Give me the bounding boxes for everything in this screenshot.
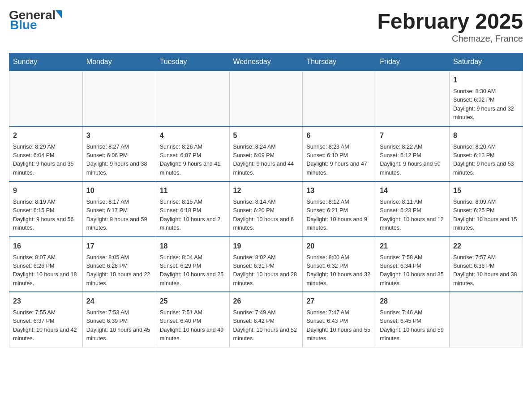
day-info: Sunrise: 8:27 AM Sunset: 6:06 PM Dayligh… xyxy=(86,143,152,178)
day-number: 3 xyxy=(86,130,152,141)
day-number: 15 xyxy=(453,185,519,196)
location: Chemaze, France xyxy=(377,34,523,44)
day-info: Sunrise: 7:53 AM Sunset: 6:39 PM Dayligh… xyxy=(86,308,152,343)
day-number: 5 xyxy=(233,130,299,141)
calendar-cell: 23Sunrise: 7:55 AM Sunset: 6:37 PM Dayli… xyxy=(9,292,83,347)
calendar-cell xyxy=(376,71,450,126)
weekday-header-tuesday: Tuesday xyxy=(156,53,229,71)
day-info: Sunrise: 8:24 AM Sunset: 6:09 PM Dayligh… xyxy=(233,143,299,178)
day-number: 20 xyxy=(306,241,372,252)
day-number: 11 xyxy=(160,185,226,196)
calendar-cell: 22Sunrise: 7:57 AM Sunset: 6:36 PM Dayli… xyxy=(450,237,523,292)
calendar-cell xyxy=(229,71,303,126)
calendar-cell xyxy=(303,71,376,126)
day-info: Sunrise: 8:12 AM Sunset: 6:21 PM Dayligh… xyxy=(306,198,372,233)
day-number: 28 xyxy=(380,296,446,307)
day-info: Sunrise: 8:07 AM Sunset: 6:26 PM Dayligh… xyxy=(13,253,79,288)
logo: General Blue xyxy=(9,9,62,31)
day-number: 24 xyxy=(86,296,152,307)
day-info: Sunrise: 8:22 AM Sunset: 6:12 PM Dayligh… xyxy=(380,143,446,178)
month-title: February 2025 xyxy=(377,9,523,34)
calendar-cell: 10Sunrise: 8:17 AM Sunset: 6:17 PM Dayli… xyxy=(82,181,156,237)
day-number: 12 xyxy=(233,185,299,196)
weekday-header-friday: Friday xyxy=(376,53,450,71)
calendar-cell: 11Sunrise: 8:15 AM Sunset: 6:18 PM Dayli… xyxy=(156,181,229,237)
weekday-header-wednesday: Wednesday xyxy=(229,53,303,71)
weekday-header-sunday: Sunday xyxy=(9,53,83,71)
week-row-1: 1Sunrise: 8:30 AM Sunset: 6:02 PM Daylig… xyxy=(9,71,523,126)
day-number: 1 xyxy=(453,75,519,86)
calendar-cell: 3Sunrise: 8:27 AM Sunset: 6:06 PM Daylig… xyxy=(82,126,156,182)
day-number: 27 xyxy=(306,296,372,307)
page-header: General Blue February 2025 Chemaze, Fran… xyxy=(9,9,523,44)
title-area: February 2025 Chemaze, France xyxy=(377,9,523,44)
day-number: 10 xyxy=(86,185,152,196)
day-number: 18 xyxy=(160,241,226,252)
calendar-cell: 1Sunrise: 8:30 AM Sunset: 6:02 PM Daylig… xyxy=(450,71,523,126)
day-number: 17 xyxy=(86,241,152,252)
calendar-cell: 9Sunrise: 8:19 AM Sunset: 6:15 PM Daylig… xyxy=(9,181,83,237)
weekday-header-saturday: Saturday xyxy=(450,53,523,71)
calendar-cell: 6Sunrise: 8:23 AM Sunset: 6:10 PM Daylig… xyxy=(303,126,376,182)
calendar-cell: 13Sunrise: 8:12 AM Sunset: 6:21 PM Dayli… xyxy=(303,181,376,237)
day-info: Sunrise: 8:02 AM Sunset: 6:31 PM Dayligh… xyxy=(233,253,299,288)
day-number: 21 xyxy=(380,241,446,252)
calendar-cell: 20Sunrise: 8:00 AM Sunset: 6:32 PM Dayli… xyxy=(303,237,376,292)
calendar-cell: 2Sunrise: 8:29 AM Sunset: 6:04 PM Daylig… xyxy=(9,126,83,182)
day-number: 6 xyxy=(306,130,372,141)
day-info: Sunrise: 8:23 AM Sunset: 6:10 PM Dayligh… xyxy=(306,143,372,178)
calendar-cell xyxy=(9,71,83,126)
day-info: Sunrise: 7:57 AM Sunset: 6:36 PM Dayligh… xyxy=(453,253,519,288)
week-row-5: 23Sunrise: 7:55 AM Sunset: 6:37 PM Dayli… xyxy=(9,292,523,347)
calendar-cell: 5Sunrise: 8:24 AM Sunset: 6:09 PM Daylig… xyxy=(229,126,303,182)
calendar-cell: 25Sunrise: 7:51 AM Sunset: 6:40 PM Dayli… xyxy=(156,292,229,347)
day-info: Sunrise: 8:11 AM Sunset: 6:23 PM Dayligh… xyxy=(380,198,446,233)
weekday-header-thursday: Thursday xyxy=(303,53,376,71)
calendar-cell: 15Sunrise: 8:09 AM Sunset: 6:25 PM Dayli… xyxy=(450,181,523,237)
day-info: Sunrise: 8:17 AM Sunset: 6:17 PM Dayligh… xyxy=(86,198,152,233)
day-info: Sunrise: 8:14 AM Sunset: 6:20 PM Dayligh… xyxy=(233,198,299,233)
day-number: 7 xyxy=(380,130,446,141)
calendar-cell: 24Sunrise: 7:53 AM Sunset: 6:39 PM Dayli… xyxy=(82,292,156,347)
day-info: Sunrise: 7:49 AM Sunset: 6:42 PM Dayligh… xyxy=(233,308,299,343)
calendar-cell: 26Sunrise: 7:49 AM Sunset: 6:42 PM Dayli… xyxy=(229,292,303,347)
logo-blue-text: Blue xyxy=(10,18,37,32)
calendar-cell: 28Sunrise: 7:46 AM Sunset: 6:45 PM Dayli… xyxy=(376,292,450,347)
day-number: 14 xyxy=(380,185,446,196)
week-row-3: 9Sunrise: 8:19 AM Sunset: 6:15 PM Daylig… xyxy=(9,181,523,237)
day-number: 23 xyxy=(13,296,79,307)
day-number: 26 xyxy=(233,296,299,307)
calendar-cell xyxy=(82,71,156,126)
day-info: Sunrise: 8:09 AM Sunset: 6:25 PM Dayligh… xyxy=(453,198,519,233)
calendar-cell: 12Sunrise: 8:14 AM Sunset: 6:20 PM Dayli… xyxy=(229,181,303,237)
day-number: 9 xyxy=(13,185,79,196)
calendar-cell: 4Sunrise: 8:26 AM Sunset: 6:07 PM Daylig… xyxy=(156,126,229,182)
day-number: 2 xyxy=(13,130,79,141)
weekday-header-row: SundayMondayTuesdayWednesdayThursdayFrid… xyxy=(9,53,523,71)
calendar-cell: 19Sunrise: 8:02 AM Sunset: 6:31 PM Dayli… xyxy=(229,237,303,292)
calendar-cell: 7Sunrise: 8:22 AM Sunset: 6:12 PM Daylig… xyxy=(376,126,450,182)
day-info: Sunrise: 7:51 AM Sunset: 6:40 PM Dayligh… xyxy=(160,308,226,343)
day-info: Sunrise: 7:46 AM Sunset: 6:45 PM Dayligh… xyxy=(380,308,446,343)
week-row-4: 16Sunrise: 8:07 AM Sunset: 6:26 PM Dayli… xyxy=(9,237,523,292)
day-info: Sunrise: 7:58 AM Sunset: 6:34 PM Dayligh… xyxy=(380,253,446,288)
calendar-cell xyxy=(450,292,523,347)
day-info: Sunrise: 8:19 AM Sunset: 6:15 PM Dayligh… xyxy=(13,198,79,233)
day-number: 25 xyxy=(160,296,226,307)
calendar-cell: 17Sunrise: 8:05 AM Sunset: 6:28 PM Dayli… xyxy=(82,237,156,292)
day-info: Sunrise: 8:15 AM Sunset: 6:18 PM Dayligh… xyxy=(160,198,226,233)
day-number: 22 xyxy=(453,241,519,252)
day-number: 4 xyxy=(160,130,226,141)
calendar-cell: 27Sunrise: 7:47 AM Sunset: 6:43 PM Dayli… xyxy=(303,292,376,347)
day-info: Sunrise: 8:20 AM Sunset: 6:13 PM Dayligh… xyxy=(453,143,519,178)
calendar-cell xyxy=(156,71,229,126)
calendar-cell: 8Sunrise: 8:20 AM Sunset: 6:13 PM Daylig… xyxy=(450,126,523,182)
calendar-cell: 14Sunrise: 8:11 AM Sunset: 6:23 PM Dayli… xyxy=(376,181,450,237)
day-number: 13 xyxy=(306,185,372,196)
calendar-cell: 21Sunrise: 7:58 AM Sunset: 6:34 PM Dayli… xyxy=(376,237,450,292)
day-info: Sunrise: 8:30 AM Sunset: 6:02 PM Dayligh… xyxy=(453,87,519,122)
day-info: Sunrise: 7:55 AM Sunset: 6:37 PM Dayligh… xyxy=(13,308,79,343)
calendar-table: SundayMondayTuesdayWednesdayThursdayFrid… xyxy=(9,53,523,347)
day-number: 19 xyxy=(233,241,299,252)
day-info: Sunrise: 7:47 AM Sunset: 6:43 PM Dayligh… xyxy=(306,308,372,343)
